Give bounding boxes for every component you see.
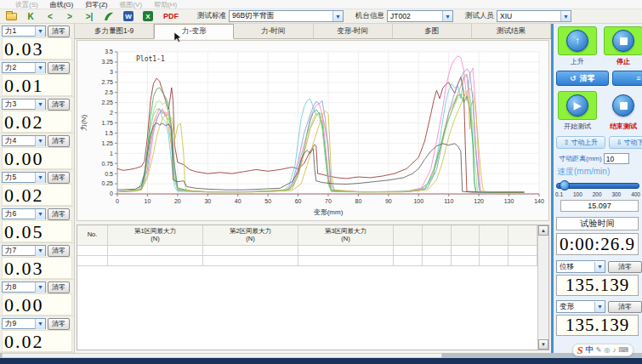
channel-clear-button[interactable]: 清零 — [48, 62, 70, 74]
slider-thumb[interactable] — [560, 180, 570, 191]
channel-select[interactable]: 力9▼ — [2, 318, 46, 329]
y-axis-label: 力(N) — [80, 115, 88, 131]
svg-text:110: 110 — [444, 198, 453, 204]
channel-value: 0.03 — [2, 37, 72, 60]
ime-toolbar[interactable]: S 中 ✎ ◎ ♪ ⌨ — [572, 344, 633, 356]
menu-settings[interactable]: 设置(S) — [15, 0, 38, 9]
force-channel-1: 力1▼清零0.03 — [0, 24, 74, 60]
menu-bar: 设置(S) 曲线(G) 归零(Z) 视图(V) 帮助(H) — [0, 0, 642, 9]
last-record-button[interactable]: >| — [81, 10, 98, 22]
tab-multi-force[interactable]: 多力量图1-9 — [75, 24, 154, 38]
tab-multi-plot[interactable]: 多图 — [393, 24, 472, 38]
table-vertical-scrollbar[interactable]: ▲ ▼ — [537, 225, 548, 350]
channel-select[interactable]: 力3▼ — [2, 99, 46, 110]
export-pdf-button[interactable]: PDF — [159, 10, 183, 22]
channel-select[interactable]: 力8▼ — [2, 282, 46, 293]
export-excel-button[interactable]: X — [139, 10, 156, 22]
svg-text:2.5: 2.5 — [105, 89, 113, 95]
return-icon: ≡ — [636, 74, 640, 82]
channel-select[interactable]: 力7▼ — [2, 245, 46, 256]
chevron-down-icon: ▼ — [35, 246, 45, 256]
ime-keyboard-icon[interactable]: ⌨ — [618, 346, 628, 354]
curve-tool-button[interactable] — [100, 10, 117, 22]
stop-icon[interactable] — [612, 30, 634, 52]
channel-select[interactable]: 力1▼ — [2, 26, 46, 37]
channel-clear-button[interactable]: 清零 — [48, 99, 70, 111]
svg-text:30: 30 — [204, 198, 211, 204]
displacement-clear-button[interactable]: 清零 — [608, 261, 642, 273]
ime-pen-icon[interactable]: ✎ — [596, 346, 602, 354]
machine-info-select[interactable]: JT002 ▼ — [387, 10, 453, 22]
tester-value: XIU — [500, 12, 512, 20]
channel-select[interactable]: 力4▼ — [2, 135, 46, 146]
tab-test-result[interactable]: 测试结果 — [472, 24, 551, 38]
menu-view[interactable]: 视图(V) — [119, 0, 142, 9]
channel-value: 0.01 — [2, 74, 72, 96]
tester-label: 测试人员 — [465, 11, 494, 21]
deformation-select[interactable]: 变形 ▼ — [556, 300, 605, 313]
prev-record-button[interactable]: < — [42, 10, 59, 22]
test-time-label: 试验时间 — [556, 217, 639, 230]
sogou-logo-icon[interactable]: S — [577, 344, 583, 357]
force-channel-4: 力4▼清零0.00 — [0, 134, 74, 170]
ime-emoji-icon[interactable]: ◎ — [604, 346, 610, 354]
start-test-control[interactable]: ▶ 开始测试 — [556, 91, 599, 131]
menu-curve[interactable]: 曲线(G) — [50, 0, 74, 9]
menu-zero[interactable]: 归零(Z) — [85, 0, 107, 9]
start-highlight: ▶ — [558, 91, 597, 120]
channel-clear-button[interactable]: 清零 — [48, 245, 70, 257]
stop-square-icon[interactable] — [612, 94, 634, 117]
chevron-down-icon: ▼ — [35, 26, 45, 37]
stop-highlight — [604, 26, 642, 55]
channel-clear-button[interactable]: 清零 — [48, 135, 70, 147]
scroll-up-icon[interactable]: ▲ — [538, 225, 548, 236]
channel-clear-button[interactable]: 清零 — [48, 172, 70, 184]
tester-field: 测试人员 XIU ▼ — [465, 10, 571, 22]
displacement-select[interactable]: 位移 ▼ — [556, 260, 605, 273]
svg-text:0: 0 — [110, 191, 113, 196]
menu-help[interactable]: 帮助(H) — [154, 0, 177, 9]
clear-all-button[interactable]: ↺清零 — [556, 71, 609, 86]
channel-clear-button[interactable]: 清零 — [48, 26, 70, 37]
svg-text:40: 40 — [235, 198, 241, 204]
tab-force-deformation[interactable]: 力-变形 — [154, 24, 234, 39]
move-up-control[interactable]: ↑ 上升 — [556, 26, 599, 66]
channel-select[interactable]: 力5▼ — [2, 172, 46, 183]
first-record-button[interactable]: K — [22, 10, 39, 22]
force-channel-6: 力6▼清零0.05 — [0, 207, 74, 243]
chevron-down-icon: ▼ — [35, 173, 45, 183]
stop-control[interactable]: 停止 — [602, 26, 642, 66]
channel-select[interactable]: 力6▼ — [2, 208, 46, 219]
channel-clear-button[interactable]: 清零 — [48, 208, 70, 220]
tester-select[interactable]: XIU ▼ — [497, 10, 571, 22]
channel-value: 0.03 — [2, 257, 72, 279]
play-icon[interactable]: ▶ — [566, 94, 588, 117]
channel-select[interactable]: 力2▼ — [2, 62, 46, 73]
next-record-button[interactable]: > — [61, 10, 78, 22]
open-file-button[interactable] — [3, 10, 20, 22]
channel-clear-button[interactable]: 清零 — [48, 318, 70, 330]
scroll-down-icon[interactable]: ▼ — [538, 339, 548, 350]
jog-up-button[interactable]: ⇧寸动上升 — [556, 136, 605, 149]
jog-distance-input[interactable]: 10 — [604, 153, 629, 164]
excel-icon: X — [143, 11, 153, 21]
up-arrow-icon[interactable]: ↑ — [566, 30, 588, 52]
return-button[interactable]: ≡ — [612, 71, 642, 86]
chevron-down-icon: ▼ — [35, 63, 45, 73]
machine-info-value: JT002 — [390, 12, 411, 20]
export-word-button[interactable]: W — [120, 10, 137, 22]
deformation-clear-button[interactable]: 清零 — [608, 301, 642, 313]
jog-down-button[interactable]: ⇩寸动下降 — [609, 136, 642, 149]
tab-force-time[interactable]: 力-时间 — [234, 24, 313, 38]
test-standard-select[interactable]: 96B切半背面 ▼ — [229, 10, 344, 22]
col-no: No. — [77, 225, 108, 246]
svg-text:80: 80 — [355, 198, 362, 204]
ime-mode-icon[interactable]: 中 — [586, 344, 594, 355]
channel-clear-button[interactable]: 清零 — [48, 282, 70, 293]
speed-slider[interactable] — [556, 180, 639, 191]
plot-title: Plot1-1 — [136, 55, 165, 63]
force-channel-8: 力8▼清零0.00 — [0, 280, 74, 316]
ime-mic-icon[interactable]: ♪ — [612, 346, 616, 354]
end-test-control[interactable]: 结束测试 — [602, 91, 642, 131]
tab-deformation-time[interactable]: 变形-时间 — [314, 24, 393, 38]
